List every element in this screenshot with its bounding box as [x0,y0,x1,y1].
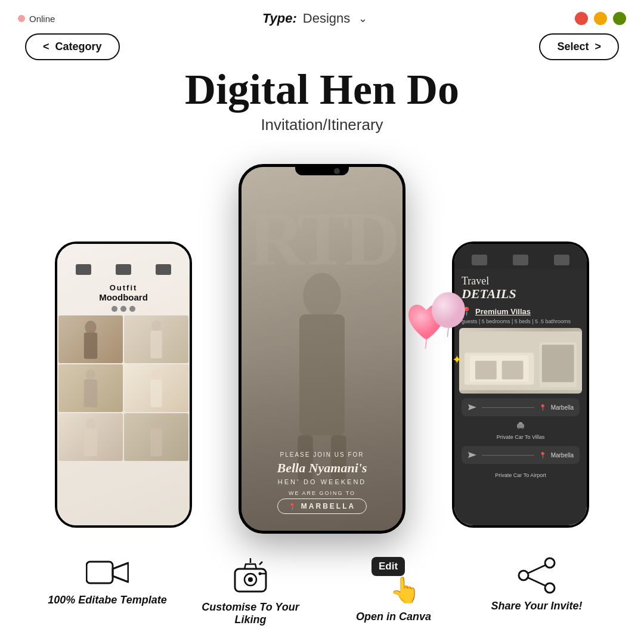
phone-center: RTD PLEASE JOIN US FOR Bella Nyamani's H… [239,164,405,534]
travel-location: 📍 Premium Villas [454,303,587,317]
select-button[interactable]: Select > [539,33,619,60]
type-label: Type: [262,11,297,26]
category-button[interactable]: < Category [25,33,120,60]
svg-rect-19 [475,361,497,379]
video-camera-icon [86,557,129,588]
plane-icon-1 [467,403,477,411]
route-item-2: 📍 Marbella [462,446,580,464]
route1-label-text: Private Car To Villas [497,434,545,440]
right-topbar-icon-1 [472,255,487,265]
balloons-decoration: ✦ [397,292,468,370]
right-topbar-icon-3 [554,255,569,265]
svg-rect-20 [502,361,524,379]
moodboard-label: Moodboard [60,292,187,302]
traffic-yellow-icon [594,12,607,25]
dot-3 [129,306,135,312]
online-text: Online [29,14,55,24]
svg-rect-29 [86,562,113,583]
bottom-item-template: 100% Editabe Template [48,557,167,606]
destination-pin-icon: 📍 [289,503,298,510]
svg-point-8 [86,418,95,429]
svg-point-37 [545,558,555,568]
svg-point-2 [151,320,161,332]
hen-do-text: HEN' DO WEEKEND [253,478,391,485]
route-line-1 [482,407,534,408]
outfit-cell-3 [58,364,123,412]
back-arrow-icon: < [43,41,49,53]
center-notch [295,167,349,175]
center-camera [334,168,340,174]
edit-text: Edit [379,561,398,572]
svg-point-12 [303,273,340,318]
svg-rect-7 [150,380,162,407]
customise-label: Customise To Your Liking [191,601,310,626]
svg-point-36 [259,572,262,575]
svg-line-40 [528,565,545,573]
route-item-1: 📍 Marbella [462,398,580,416]
outfit-cell-2 [124,315,188,363]
phone-center-inner: RTD PLEASE JOIN US FOR Bella Nyamani's H… [242,167,402,531]
route-dest-2: Marbella [551,452,574,459]
svg-point-6 [151,369,161,380]
left-topbar-icon-1 [76,264,91,275]
svg-rect-1 [84,333,97,359]
svg-rect-9 [84,429,97,456]
title-section: Digital Hen Do Invitation/Itinerary [0,66,644,134]
route-label-1: Private Car To Villas [462,421,580,441]
please-join-text: PLEASE JOIN US FOR [253,451,391,458]
phone-left-inner: Outfit Moodboard [57,244,190,525]
dest-pin-icon-1: 📍 [539,404,546,411]
category-label: Category [55,41,102,53]
left-topbar-icon-3 [156,264,171,275]
svg-line-26 [425,340,426,349]
bottom-item-customise: Customise To Your Liking [191,557,310,626]
svg-line-41 [528,578,545,586]
plane-icon-2 [467,451,477,459]
route2-label-text: Private Car To Airport [495,472,546,478]
outfit-grid [57,314,190,525]
left-topbar-icon-2 [116,264,131,275]
dest-pin-icon-2: 📍 [539,452,546,459]
share-svg-icon [515,557,558,594]
traffic-lights [575,12,626,25]
traffic-red-icon [575,12,588,25]
forward-arrow-icon: > [595,41,601,53]
phone-right-topbar [454,244,587,269]
online-dot [18,15,25,22]
right-topbar-icon-2 [513,255,528,265]
destination-badge: 📍 MARBELLA [277,499,367,514]
svg-rect-22 [542,345,574,382]
svg-point-25 [522,428,524,429]
outfit-cell-5 [58,413,123,461]
outfit-title: Outfit Moodboard [57,278,190,304]
sub-title: Invitation/Itinerary [0,116,644,134]
bottom-item-share: Share Your Invite! [477,557,596,612]
outfit-cell-6 [124,413,188,461]
svg-rect-11 [150,429,162,456]
nav-buttons: < Category Select > [0,26,644,60]
phone-right: Travel DETAILS 📍 Premium Villas guests |… [452,242,589,528]
type-selector[interactable]: Type: Designs ⌄ [262,11,367,26]
heart-balloon-light [429,292,468,337]
video-icon [86,557,129,588]
svg-point-4 [86,369,95,380]
travel-label: Travel [462,275,580,287]
share-icon [515,557,558,594]
template-label: 100% Editabe Template [48,594,166,606]
share-label: Share Your Invite! [491,600,582,612]
edit-icon: Edit 👆 [367,557,420,605]
svg-rect-5 [84,380,97,407]
svg-line-28 [447,328,448,337]
bottom-section: 100% Editabe Template Customise To Your … [0,557,644,626]
svg-point-35 [248,577,253,582]
route-dest-1: Marbella [551,404,574,411]
chevron-down-icon[interactable]: ⌄ [358,12,367,25]
main-title: Digital Hen Do [0,66,644,113]
svg-rect-3 [150,331,162,358]
canva-label: Open in Canva [356,611,431,623]
balloon-group: ✦ [397,292,468,370]
svg-point-39 [519,571,528,580]
bottom-item-canva: Edit 👆 Open in Canva [334,557,453,623]
top-bar: Online Type: Designs ⌄ [0,0,644,26]
outfit-label: Outfit [60,283,187,292]
